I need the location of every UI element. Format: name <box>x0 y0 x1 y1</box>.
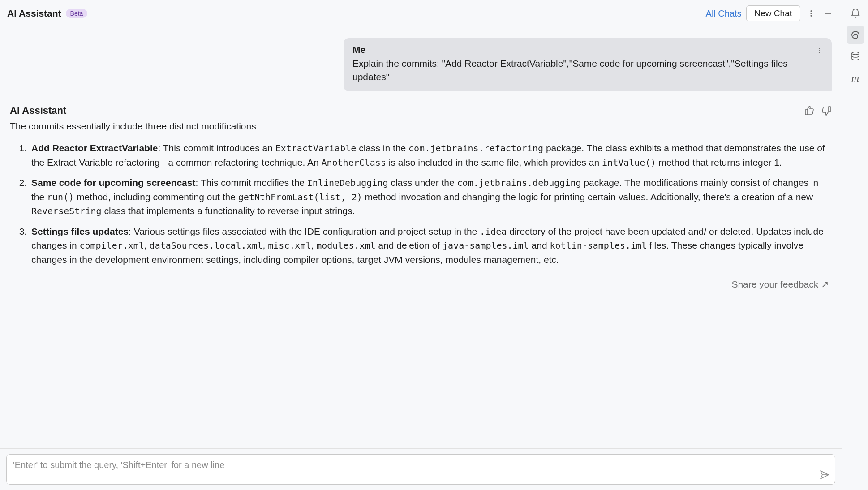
more-options-icon[interactable] <box>805 7 817 20</box>
list-item: Add Reactor ExtractVariable: This commit… <box>30 141 832 169</box>
all-chats-link[interactable]: All Chats <box>706 9 742 19</box>
message-menu-icon[interactable] <box>816 47 823 54</box>
ai-assistant-panel: AI Assistant Beta All Chats New Chat Me … <box>0 0 842 490</box>
input-placeholder: 'Enter' to submit the query, 'Shift+Ente… <box>13 460 224 470</box>
chat-input[interactable]: 'Enter' to submit the query, 'Shift+Ente… <box>6 454 835 485</box>
send-icon[interactable] <box>819 469 830 480</box>
input-row: 'Enter' to submit the query, 'Shift+Ente… <box>0 448 842 490</box>
bell-icon[interactable] <box>847 4 864 22</box>
user-message-row: Me Explain the commits: "Add Reactor Ext… <box>10 38 832 91</box>
right-tool-rail: m <box>842 0 868 490</box>
minimize-icon[interactable] <box>822 7 834 20</box>
assistant-sender-label: AI Assistant <box>10 105 66 116</box>
new-chat-button[interactable]: New Chat <box>746 5 800 21</box>
svg-point-6 <box>819 52 820 53</box>
svg-point-8 <box>852 52 859 55</box>
panel-title: AI Assistant <box>7 8 61 19</box>
assistant-intro-text: The commits essentially include three di… <box>10 119 832 133</box>
thumbs-down-icon[interactable] <box>821 105 832 116</box>
user-message-text: Explain the commits: "Add Reactor Extrac… <box>352 57 823 84</box>
svg-point-0 <box>811 11 812 12</box>
beta-badge: Beta <box>66 9 88 18</box>
share-feedback-link[interactable]: Share your feedback ↗ <box>731 279 829 290</box>
user-message-bubble: Me Explain the commits: "Add Reactor Ext… <box>344 38 832 91</box>
database-icon[interactable] <box>847 47 864 65</box>
panel-header: AI Assistant Beta All Chats New Chat <box>0 0 842 27</box>
assistant-message-block: AI Assistant The commits essentially inc… <box>10 105 832 290</box>
user-sender-label: Me <box>352 44 365 55</box>
list-item: Settings files updates: Various settings… <box>30 224 832 267</box>
list-item: Same code for upcoming screencast: This … <box>30 176 832 218</box>
svg-point-4 <box>819 48 820 49</box>
chat-scroll-area: Me Explain the commits: "Add Reactor Ext… <box>0 27 842 448</box>
m-icon[interactable]: m <box>847 69 864 87</box>
rating-icons-group <box>804 105 832 116</box>
svg-point-5 <box>819 50 820 51</box>
ai-swirl-icon[interactable] <box>847 26 864 44</box>
svg-point-1 <box>811 13 812 14</box>
svg-point-2 <box>811 15 812 16</box>
assistant-commit-list: Add Reactor ExtractVariable: This commit… <box>10 141 832 266</box>
thumbs-up-icon[interactable] <box>804 105 815 116</box>
